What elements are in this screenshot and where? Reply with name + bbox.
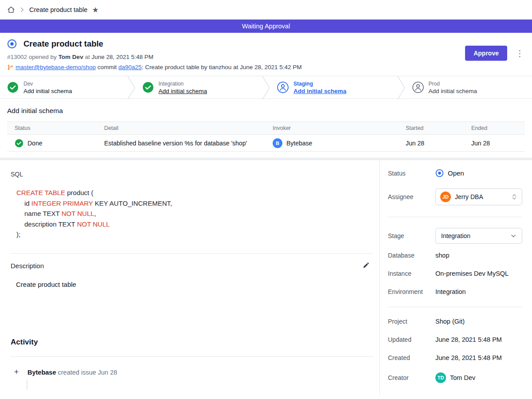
col-detail: Detail [104, 125, 273, 131]
detail-cell: Established baseline version %s for data… [104, 140, 273, 147]
col-started: Started [406, 125, 471, 131]
database-value: shop [435, 252, 522, 259]
breadcrumb-title[interactable]: Create product table [29, 6, 87, 13]
project-value: Shop (Git) [435, 318, 522, 325]
issue-author: Tom Dev [59, 54, 83, 60]
stage-row: Stage Integration [388, 228, 522, 244]
stage-dropdown[interactable]: Integration [435, 228, 522, 244]
task-table-header: Status Detail Invoker Started Ended [7, 121, 525, 135]
issue-detail-panel: SQL CREATE TABLE product ( id INTEGER PR… [0, 160, 380, 395]
status-cell: Done [15, 139, 104, 148]
stage-label: Stage [388, 232, 435, 239]
divider [11, 253, 373, 254]
environment-value: Integration [435, 288, 522, 295]
invoker-name: Bytebase [286, 140, 312, 147]
started-cell: Jun 28 [406, 140, 471, 147]
invoker-cell: B Bytebase [273, 138, 406, 148]
pipeline: Dev Add initial schema Integration Add i… [0, 76, 532, 99]
stage-name: Integration [159, 81, 207, 87]
kebab-menu-icon[interactable]: ⋮ [514, 48, 526, 59]
col-invoker: Invoker [273, 125, 406, 131]
instance-value: On-premises Dev MySQL [435, 270, 522, 277]
pipeline-stage-staging[interactable]: Staging Add initial schema [270, 76, 397, 98]
issue-header: Create product table #13002 opened by To… [0, 33, 532, 76]
assignee-dropdown[interactable]: JD Jerry DBA [435, 188, 522, 205]
instance-row: Instance On-premises Dev MySQL [388, 270, 522, 277]
check-circle-icon [7, 82, 19, 93]
pencil-icon [363, 262, 370, 269]
chevron-down-icon [510, 233, 516, 239]
database-label: Database [388, 252, 435, 259]
created-row: Created June 28, 2021 5:48 PM [388, 354, 522, 361]
home-icon[interactable] [7, 6, 15, 14]
pipeline-stage-dev[interactable]: Dev Add initial schema [0, 76, 127, 98]
sql-line: id INTEGER PRIMARY KEY AUTO_INCREMENT, [16, 198, 373, 209]
status-row: Status Open [388, 169, 522, 177]
issue-opened-date: June 28, 2021 5:48 PM [91, 54, 153, 60]
divider [11, 356, 373, 357]
breadcrumb: Create product table ★ [0, 0, 532, 20]
pipeline-stage-prod[interactable]: Prod Add initial schema [405, 76, 532, 98]
person-circle-icon [277, 82, 289, 93]
project-row: Project Shop (Git) [388, 318, 522, 325]
check-circle-icon [142, 82, 154, 93]
chevron-right-icon [20, 7, 25, 12]
sql-line: name TEXT NOT NULL, [16, 208, 373, 219]
avatar: JD [440, 192, 451, 202]
issue-id: #13002 [7, 54, 27, 60]
creator-label: Creator [388, 374, 435, 381]
creator-name: Tom Dev [450, 374, 475, 381]
stage-separator [397, 76, 405, 99]
divider [388, 307, 522, 307]
task-section-title: Add initial schema [7, 107, 525, 115]
commit-row: master@bytebase-demo/shop commit da90a25… [7, 64, 525, 70]
plus-icon: + [11, 367, 22, 378]
activity-title: Activity [11, 338, 373, 347]
person-circle-icon [412, 82, 424, 93]
page-title: Create product table [23, 39, 103, 49]
star-icon[interactable]: ★ [92, 6, 98, 14]
task-section: Add initial schema Status Detail Invoker… [0, 99, 532, 158]
status-value: Open [448, 169, 464, 177]
task-table: Status Detail Invoker Started Ended Done… [7, 121, 525, 152]
updown-chevron-icon [511, 193, 517, 200]
assignee-name: Jerry DBA [455, 193, 483, 200]
sql-line: description TEXT NOT NULL [16, 219, 373, 230]
assignee-label: Assignee [388, 193, 435, 200]
stage-name: Dev [23, 81, 72, 87]
created-value: June 28, 2021 5:48 PM [435, 354, 522, 361]
environment-row: Environment Integration [388, 288, 522, 295]
stage-separator [262, 76, 270, 99]
activity-actor: Bytebase [27, 369, 56, 376]
git-commit-icon [7, 64, 13, 70]
status-banner-text: Waiting Approval [242, 23, 290, 30]
issue-meta: #13002 opened by Tom Dev at June 28, 202… [7, 54, 525, 60]
open-status-icon [435, 169, 444, 177]
timeline-line [27, 380, 27, 390]
col-status: Status [15, 125, 104, 131]
approve-button[interactable]: Approve [465, 46, 507, 61]
status-label: Status [388, 170, 435, 177]
stage-separator [127, 76, 135, 99]
issue-open-icon [7, 39, 17, 49]
edit-description-button[interactable] [362, 261, 371, 271]
activity-text: Bytebase created issue Jun 28 [27, 369, 117, 376]
commit-hash-link[interactable]: da90a25 [118, 64, 142, 70]
environment-label: Environment [388, 288, 435, 295]
created-label: Created [388, 354, 435, 361]
sql-line: CREATE TABLE product ( [16, 188, 373, 198]
avatar: TD [435, 372, 446, 383]
pipeline-stage-integration[interactable]: Integration Add initial schema [135, 76, 262, 98]
updated-value: June 28, 2021 5:48 PM [435, 336, 522, 343]
avatar: B [273, 138, 282, 148]
table-row[interactable]: Done Established baseline version %s for… [7, 135, 525, 152]
stage-task: Add initial schema [293, 88, 346, 94]
check-circle-icon [15, 139, 23, 148]
status-banner: Waiting Approval [0, 20, 532, 33]
divider [388, 217, 522, 217]
sql-code: CREATE TABLE product ( id INTEGER PRIMAR… [11, 188, 373, 240]
stage-task: Add initial schema [159, 88, 207, 94]
project-label: Project [388, 318, 435, 325]
commit-repo-link[interactable]: master@bytebase-demo/shop [16, 64, 96, 70]
description-text: Create product table [11, 281, 373, 288]
